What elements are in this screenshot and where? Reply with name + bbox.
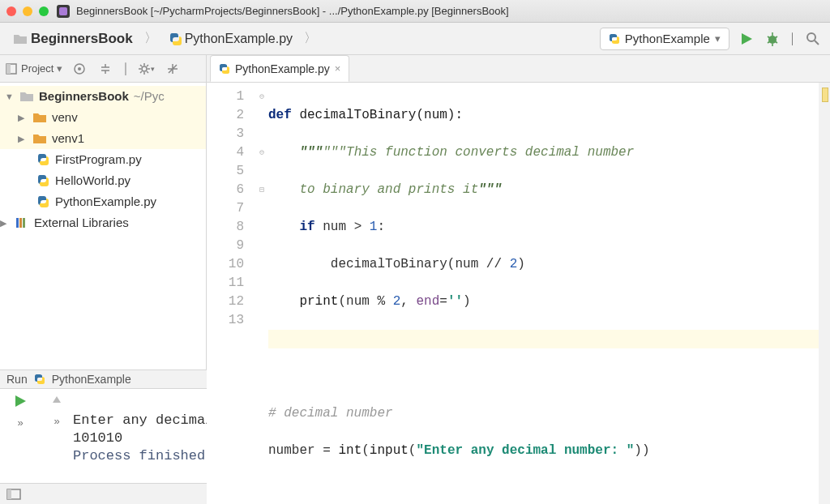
- toolbar-separator: │: [122, 62, 129, 75]
- caret-marker: [822, 88, 828, 102]
- editor-tab-label: PythonExample.py: [235, 62, 330, 75]
- python-file-icon: [36, 194, 50, 209]
- svg-point-3: [768, 36, 777, 44]
- minimize-window-icon[interactable]: [23, 6, 32, 16]
- rerun-button[interactable]: [13, 394, 28, 408]
- python-file-icon: [34, 374, 45, 385]
- run-configuration-selector[interactable]: PythonExample ▾: [600, 28, 729, 50]
- breadcrumb-project-label: BeginnersBook: [31, 31, 133, 47]
- run-toolbar-left: »: [0, 389, 41, 483]
- chevron-down-icon: ▾: [715, 32, 721, 45]
- app-icon: [57, 5, 70, 18]
- svg-rect-1: [59, 7, 67, 15]
- folder-icon: [32, 110, 47, 125]
- chevron-right-icon: 〉: [143, 30, 159, 47]
- title-bar: BeginnersBook [~/PycharmProjects/Beginne…: [0, 0, 830, 23]
- project-icon: [5, 62, 18, 75]
- tree-item-venv1[interactable]: ▶ venv1: [0, 128, 206, 149]
- svg-point-9: [142, 66, 147, 71]
- maximize-window-icon[interactable]: [39, 6, 49, 16]
- tree-item-file[interactable]: FirstProgram.py: [0, 149, 206, 170]
- collapse-all-button[interactable]: [96, 60, 114, 78]
- svg-rect-6: [6, 64, 11, 74]
- tree-item-label: External Libraries: [34, 212, 129, 233]
- scroll-up-button[interactable]: [50, 394, 63, 407]
- debug-button[interactable]: [764, 30, 781, 48]
- console-line: 101010: [73, 430, 122, 446]
- chevron-right-icon: 〉: [302, 30, 319, 47]
- close-window-icon[interactable]: [6, 6, 16, 16]
- python-file-icon: [36, 173, 50, 188]
- window-controls: [6, 6, 49, 16]
- project-view-selector[interactable]: Project▾: [5, 62, 62, 75]
- editor-area: PythonExample.py × 12345678910111213 ⊖⊖⊟…: [207, 55, 830, 369]
- run-configuration-name: PythonExample: [625, 32, 710, 45]
- tree-root-name: BeginnersBook: [39, 86, 129, 107]
- svg-point-8: [78, 67, 81, 70]
- chevron-down-icon[interactable]: ▼: [5, 86, 15, 107]
- chevron-down-icon: ▾: [57, 62, 62, 75]
- navigation-bar: BeginnersBook 〉 PythonExample.py 〉 Pytho…: [0, 23, 830, 55]
- tree-item-label: HelloWorld.py: [55, 170, 130, 191]
- editor-tab-bar: PythonExample.py ×: [207, 55, 830, 83]
- tree-root[interactable]: ▼ BeginnersBook ~/Pyc: [0, 86, 206, 107]
- tree-item-label: venv: [52, 107, 78, 128]
- project-view-label: Project: [21, 62, 53, 75]
- settings-button[interactable]: ▾: [138, 60, 156, 78]
- project-toolbar: Project▾ │ ▾: [0, 55, 206, 83]
- run-button[interactable]: [738, 30, 755, 48]
- chevron-right-icon[interactable]: ▶: [18, 107, 28, 128]
- python-file-icon: [219, 63, 230, 75]
- main-area: Project▾ │ ▾ ▼ BeginnersBook ~/Pyc ▶ ven…: [0, 55, 830, 369]
- tree-item-file[interactable]: PythonExample.py: [0, 191, 206, 212]
- tree-item-label: venv1: [52, 128, 84, 149]
- tree-root-path: ~/Pyc: [134, 86, 165, 107]
- more-button[interactable]: »: [53, 415, 59, 427]
- fold-column[interactable]: ⊖⊖⊟: [255, 83, 268, 504]
- more-button[interactable]: »: [17, 416, 23, 429]
- folder-icon: [13, 32, 28, 45]
- svg-rect-10: [16, 218, 19, 228]
- locate-button[interactable]: [71, 60, 88, 78]
- close-tab-icon[interactable]: ×: [335, 62, 341, 75]
- tree-item-file[interactable]: HelloWorld.py: [0, 170, 206, 191]
- hide-button[interactable]: [164, 60, 182, 78]
- svg-rect-11: [19, 218, 22, 228]
- libraries-icon: [15, 216, 29, 230]
- chevron-right-icon[interactable]: ▶: [0, 212, 10, 233]
- folder-icon: [19, 89, 34, 104]
- svg-point-4: [807, 33, 815, 41]
- tool-windows-button[interactable]: [6, 489, 21, 500]
- code-content[interactable]: def decimalToBinary(num): """"""This fun…: [268, 83, 819, 504]
- svg-rect-12: [23, 218, 25, 228]
- editor-scrollbar[interactable]: [819, 83, 830, 504]
- tree-item-label: FirstProgram.py: [55, 149, 142, 170]
- tree-external-libraries[interactable]: ▶ External Libraries: [0, 212, 206, 233]
- python-file-icon: [169, 32, 182, 45]
- tree-item-label: PythonExample.py: [55, 191, 156, 212]
- svg-rect-16: [7, 489, 11, 499]
- run-toolbar-left2: »: [41, 389, 73, 483]
- breadcrumb-file[interactable]: PythonExample.py: [164, 28, 297, 49]
- project-tool-window: Project▾ │ ▾ ▼ BeginnersBook ~/Pyc ▶ ven…: [0, 55, 207, 369]
- folder-icon: [32, 131, 47, 146]
- breadcrumb-project[interactable]: BeginnersBook: [8, 28, 138, 50]
- project-tree[interactable]: ▼ BeginnersBook ~/Pyc ▶ venv ▶ venv1 Fir…: [0, 83, 206, 369]
- window-title: BeginnersBook [~/PycharmProjects/Beginne…: [76, 5, 509, 17]
- tree-item-venv[interactable]: ▶ venv: [0, 107, 206, 128]
- chevron-right-icon[interactable]: ▶: [18, 128, 28, 149]
- python-file-icon: [609, 33, 620, 45]
- search-button[interactable]: [804, 30, 822, 48]
- toolbar-separator: │: [789, 32, 796, 45]
- python-file-icon: [36, 152, 50, 167]
- run-label: Run: [6, 373, 28, 386]
- editor-tab[interactable]: PythonExample.py ×: [210, 55, 349, 82]
- line-gutter: 12345678910111213: [207, 83, 255, 504]
- code-editor[interactable]: 12345678910111213 ⊖⊖⊟ def decimalToBinar…: [207, 83, 830, 504]
- breadcrumb-file-label: PythonExample.py: [185, 32, 293, 46]
- run-config-name: PythonExample: [52, 373, 131, 386]
